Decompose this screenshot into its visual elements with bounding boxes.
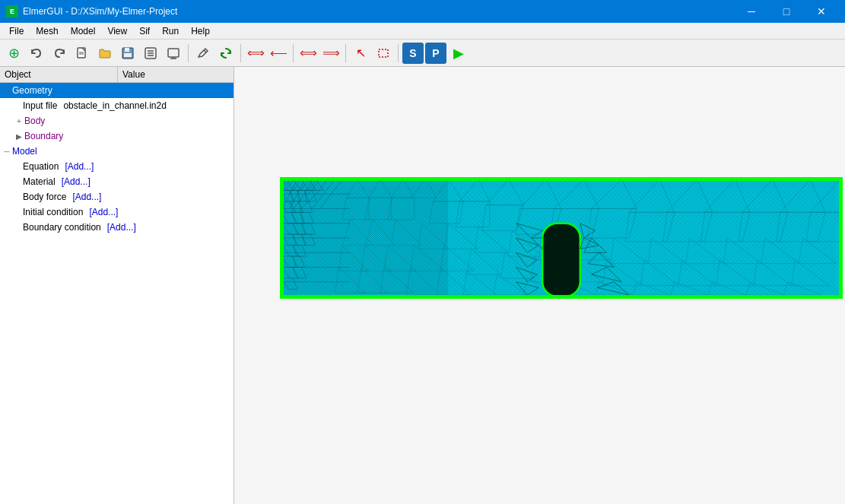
menu-file[interactable]: File: [3, 24, 30, 38]
save-button[interactable]: [117, 43, 138, 64]
edit-button[interactable]: [192, 43, 214, 64]
points-button[interactable]: P: [425, 43, 446, 64]
left-panel: Object Value ─ Geometry Input file obsta…: [0, 67, 234, 504]
app-icon: E: [6, 5, 18, 17]
equation-value: [Add...]: [65, 161, 94, 172]
maximize-button[interactable]: □: [769, 0, 804, 23]
geometry-label: Geometry: [12, 85, 52, 96]
undo-button[interactable]: [26, 43, 47, 64]
equation-label: Equation: [23, 161, 59, 172]
svg-rect-39: [542, 223, 580, 296]
open-file-button[interactable]: [71, 43, 93, 64]
body-force-value: [Add...]: [72, 192, 101, 202]
settings-icon: [144, 46, 157, 60]
svg-rect-5: [124, 53, 132, 57]
close-button[interactable]: ✕: [804, 0, 839, 23]
redo-button[interactable]: [49, 43, 70, 64]
body-label: Body: [24, 116, 45, 126]
svg-rect-14: [379, 49, 388, 57]
menu-sif[interactable]: Sif: [133, 24, 156, 38]
menu-mesh[interactable]: Mesh: [30, 24, 64, 38]
mesh-outer: [280, 177, 843, 299]
mesh-container: [280, 177, 843, 299]
select-rect-icon: [376, 46, 390, 60]
titlebar-left: E ElmerGUI - D:/XSim/My-Elmer-Project: [6, 5, 177, 17]
tree-item-equation[interactable]: Equation [Add...]: [0, 159, 233, 174]
initial-condition-value: [Add...]: [89, 207, 118, 217]
menu-run[interactable]: Run: [156, 24, 185, 38]
sep-2: [240, 44, 241, 62]
new-button[interactable]: ⊕: [3, 43, 24, 64]
mesh-svg: [282, 179, 840, 296]
header-value: Value: [118, 67, 150, 82]
body-force-label: Body force: [23, 192, 66, 202]
save-icon: [121, 46, 135, 60]
header-object: Object: [0, 67, 118, 82]
boundary-condition-label: Boundary condition: [23, 222, 101, 233]
boundary-condition-value: [Add...]: [107, 222, 136, 233]
sep-3: [293, 44, 294, 62]
svg-line-13: [204, 50, 206, 52]
input-file-label: Input file: [23, 100, 57, 111]
menu-view[interactable]: View: [101, 24, 133, 38]
boundary-label: Boundary: [24, 131, 63, 141]
tree-item-input-file[interactable]: Input file obstacle_in_channel.in2d: [0, 98, 233, 113]
pan-button[interactable]: ⟺: [297, 43, 319, 64]
expand-geometry[interactable]: ─: [2, 85, 12, 96]
sep-4: [345, 44, 346, 62]
generate-button[interactable]: [215, 43, 237, 64]
titlebar-controls: ─ □ ✕: [734, 0, 839, 23]
canvas-area: [234, 67, 845, 504]
model-label: Model: [12, 146, 37, 157]
fit-width-button[interactable]: ⟺: [245, 43, 266, 64]
expand-body[interactable]: +: [14, 116, 24, 126]
initial-condition-label: Initial condition: [23, 207, 83, 217]
folder-icon: [98, 46, 112, 60]
svg-rect-10: [168, 49, 179, 57]
tree-item-body-force[interactable]: Body force [Add...]: [0, 189, 233, 204]
tree-header: Object Value: [0, 67, 233, 83]
svg-rect-4: [125, 48, 129, 52]
sep-1: [188, 44, 189, 62]
fit-left-button[interactable]: ⟵: [268, 43, 289, 64]
sep-5: [398, 44, 399, 62]
menubar: File Mesh Model View Sif Run Help: [0, 23, 845, 40]
tree-item-boundary-condition[interactable]: Boundary condition [Add...]: [0, 220, 233, 235]
tree-item-model[interactable]: ─ Model: [0, 144, 233, 159]
display-settings-button[interactable]: [163, 43, 184, 64]
toolbar: ⊕ ⟺ ⟵ ⟺ ⟹ ↖: [0, 40, 845, 67]
open-folder-button[interactable]: [94, 43, 116, 64]
pencil-icon: [196, 46, 210, 60]
select-arrow-button[interactable]: ↖: [350, 43, 371, 64]
tree-item-initial-condition[interactable]: Initial condition [Add...]: [0, 204, 233, 220]
file-icon: [75, 46, 89, 60]
material-value: [Add...]: [62, 176, 91, 187]
input-file-value: obstacle_in_channel.in2d: [63, 100, 166, 111]
surface-button[interactable]: S: [402, 43, 424, 64]
pan2-button[interactable]: ⟹: [320, 43, 341, 64]
redo-icon: [52, 46, 66, 60]
tree-item-geometry[interactable]: ─ Geometry: [0, 83, 233, 98]
refresh-icon: [219, 46, 233, 60]
settings-button[interactable]: [140, 43, 161, 64]
main-area: Object Value ─ Geometry Input file obsta…: [0, 67, 845, 504]
menu-help[interactable]: Help: [185, 24, 216, 38]
select-rect-button[interactable]: [373, 43, 394, 64]
minimize-button[interactable]: ─: [734, 0, 769, 23]
run-button[interactable]: ▶: [448, 43, 469, 64]
menu-model[interactable]: Model: [65, 24, 102, 38]
tree-item-body[interactable]: + Body: [0, 113, 233, 128]
titlebar: E ElmerGUI - D:/XSim/My-Elmer-Project ─ …: [0, 0, 845, 23]
undo-icon: [30, 46, 43, 60]
material-label: Material: [23, 176, 56, 187]
titlebar-title: ElmerGUI - D:/XSim/My-Elmer-Project: [23, 6, 177, 17]
tree-item-material[interactable]: Material [Add...]: [0, 174, 233, 189]
display-icon: [167, 46, 180, 60]
expand-model[interactable]: ─: [2, 146, 12, 157]
expand-boundary[interactable]: ▶: [14, 131, 24, 141]
tree-item-boundary[interactable]: ▶ Boundary: [0, 128, 233, 144]
